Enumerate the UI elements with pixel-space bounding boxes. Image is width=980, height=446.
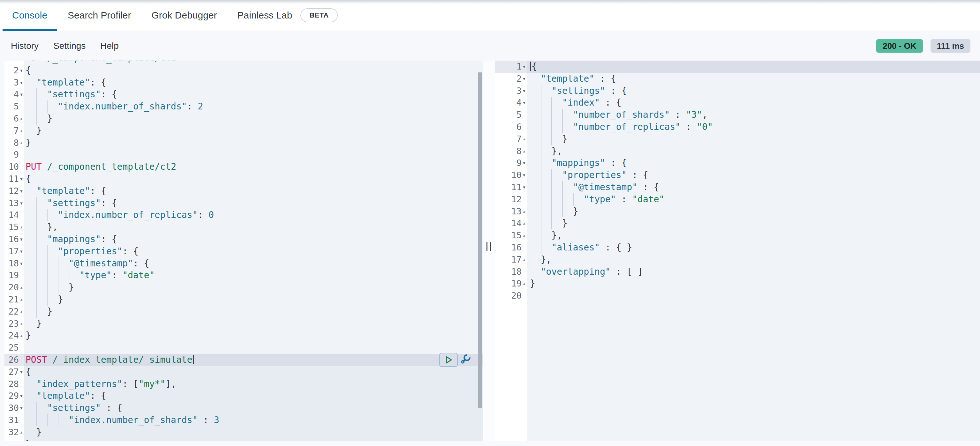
code-line-content[interactable]: "type" : "date"	[527, 193, 980, 205]
code-line-content[interactable]: "mappings" : {	[527, 157, 980, 169]
code-line-content[interactable]: "properties" : {	[527, 169, 980, 181]
fold-toggle-icon[interactable]: ▾	[19, 197, 24, 209]
code-line-content[interactable]: "mappings": {	[24, 233, 483, 245]
code-line-content[interactable]: "number_of_shards" : "3",	[527, 109, 980, 121]
fold-toggle-icon[interactable]: ▾	[19, 76, 24, 89]
response-viewer[interactable]: 1▾{2▾"template" : {3▾"settings" : {4▾"in…	[495, 60, 980, 441]
code-line-content[interactable]: {	[24, 366, 483, 378]
fold-toggle-icon[interactable]: ▴	[522, 217, 527, 229]
code-line-content[interactable]: "properties": {	[24, 245, 483, 257]
code-line-content[interactable]: {	[527, 60, 980, 73]
fold-toggle-icon[interactable]: ▴	[522, 145, 527, 157]
code-line-content[interactable]: },	[527, 254, 980, 266]
code-line-content[interactable]: "template": {	[24, 185, 483, 197]
panel-resizer[interactable]	[483, 60, 495, 441]
fold-toggle-icon[interactable]: ▴	[19, 125, 24, 137]
fold-toggle-icon[interactable]: ▾	[19, 390, 24, 402]
code-line-content[interactable]: },	[527, 145, 980, 157]
code-line-content[interactable]: "@timestamp" : {	[527, 181, 980, 193]
fold-toggle-icon[interactable]: ▾	[522, 85, 527, 97]
code-line-content[interactable]: PUT /_component_template/ct2	[24, 161, 483, 173]
code-line-content[interactable]: "index" : {	[527, 97, 980, 109]
fold-toggle-icon[interactable]: ▴	[19, 330, 24, 342]
code-line-content[interactable]: "index.number_of_shards" : 3	[24, 414, 483, 426]
code-line-content[interactable]: {	[24, 173, 483, 185]
code-line-content[interactable]: }	[24, 281, 483, 294]
code-line-content[interactable]: },	[527, 229, 980, 241]
code-line-content[interactable]: }	[24, 113, 483, 125]
code-line-content[interactable]: "template" : {	[527, 73, 980, 85]
fold-toggle-icon[interactable]: ▴	[19, 113, 24, 125]
code-line-content[interactable]: }	[527, 133, 980, 145]
code-line-content[interactable]: "index_patterns": ["my*"],	[24, 378, 483, 390]
fold-toggle-icon[interactable]: ▴	[522, 205, 527, 217]
fold-toggle-icon[interactable]: ▴	[522, 278, 527, 290]
fold-toggle-icon[interactable]: ▴	[19, 426, 24, 438]
code-line-content[interactable]: PUT /_component_template/ct1	[24, 60, 483, 64]
fold-toggle-icon[interactable]: ▾	[522, 169, 527, 181]
code-line-content[interactable]: "template": {	[24, 390, 483, 402]
request-options-button[interactable]	[458, 353, 471, 367]
tab-search-profiler[interactable]: Search Profiler	[58, 0, 140, 31]
code-line-content[interactable]: }	[527, 217, 980, 229]
code-line-content[interactable]: "overlapping" : [ ]	[527, 266, 980, 278]
code-line-content[interactable]: }	[24, 318, 483, 330]
fold-toggle-icon[interactable]: ▴	[19, 221, 24, 233]
fold-toggle-icon[interactable]: ▴	[19, 137, 24, 149]
fold-toggle-icon[interactable]: ▾	[522, 97, 527, 109]
code-line-content[interactable]: }	[24, 438, 483, 441]
code-line-content[interactable]	[527, 290, 980, 302]
code-line-content[interactable]: }	[24, 306, 483, 318]
fold-toggle-icon[interactable]: ▾	[19, 173, 24, 185]
tab-console[interactable]: Console	[3, 0, 57, 31]
code-line-content[interactable]: POST /_index_template/_simulate	[24, 354, 483, 366]
fold-toggle-icon[interactable]: ▴	[522, 229, 527, 241]
code-line-content[interactable]: "index.number_of_shards": 2	[24, 100, 483, 113]
code-line-content[interactable]: }	[24, 125, 483, 137]
fold-toggle-icon[interactable]: ▴	[522, 133, 527, 145]
code-line-content[interactable]	[24, 149, 483, 161]
fold-toggle-icon[interactable]: ▾	[19, 245, 24, 257]
fold-toggle-icon[interactable]: ▾	[522, 157, 527, 169]
code-line-content[interactable]: "settings" : {	[24, 402, 483, 414]
code-line-content[interactable]: "settings": {	[24, 197, 483, 209]
fold-toggle-icon[interactable]: ▾	[19, 185, 24, 197]
code-line-content[interactable]: "type": "date"	[24, 269, 483, 281]
fold-toggle-icon[interactable]: ▴	[19, 294, 24, 306]
fold-toggle-icon[interactable]: ▾	[19, 402, 24, 414]
fold-toggle-icon[interactable]: ▾	[19, 257, 24, 270]
request-editor[interactable]: PUT /_component_template/ct12▾{3▾"templa…	[5, 60, 483, 441]
code-line-content[interactable]: }	[24, 294, 483, 306]
fold-toggle-icon[interactable]: ▴	[522, 254, 527, 266]
menu-history[interactable]: History	[11, 41, 39, 51]
code-line-content[interactable]: "settings": {	[24, 88, 483, 100]
code-line-content[interactable]: }	[24, 426, 483, 438]
code-line-content[interactable]: }	[527, 205, 980, 217]
fold-toggle-icon[interactable]: ▴	[19, 318, 24, 330]
code-line-content[interactable]: "aliases" : { }	[527, 241, 980, 254]
send-request-button[interactable]	[439, 353, 458, 367]
code-line-content[interactable]: "@timestamp": {	[24, 257, 483, 270]
menu-help[interactable]: Help	[100, 41, 119, 51]
code-line-content[interactable]: }	[527, 278, 980, 290]
fold-toggle-icon[interactable]: ▴	[19, 306, 24, 318]
tab-grok-debugger[interactable]: Grok Debugger	[142, 0, 227, 31]
code-line-content[interactable]: "index.number_of_replicas": 0	[24, 209, 483, 221]
tab-painless-lab[interactable]: Painless LabBETA	[228, 0, 347, 31]
code-line-content[interactable]: "template": {	[24, 76, 483, 89]
menu-settings[interactable]: Settings	[53, 41, 86, 51]
code-line-content[interactable]: }	[24, 137, 483, 149]
fold-toggle-icon[interactable]: ▾	[522, 73, 527, 85]
fold-toggle-icon[interactable]: ▾	[19, 64, 24, 76]
code-line-content[interactable]: }	[24, 330, 483, 342]
fold-toggle-icon[interactable]: ▾	[522, 60, 527, 73]
code-line-content[interactable]: "settings" : {	[527, 85, 980, 97]
fold-toggle-icon[interactable]: ▾	[19, 233, 24, 245]
fold-toggle-icon[interactable]: ▾	[19, 88, 24, 100]
code-line-content[interactable]: "number_of_replicas" : "0"	[527, 121, 980, 133]
code-line-content[interactable]: {	[24, 64, 483, 76]
fold-toggle-icon[interactable]: ▴	[19, 281, 24, 294]
fold-toggle-icon[interactable]: ▾	[19, 366, 24, 378]
code-line-content[interactable]	[24, 342, 483, 354]
editor-scrollbar[interactable]	[478, 72, 482, 408]
